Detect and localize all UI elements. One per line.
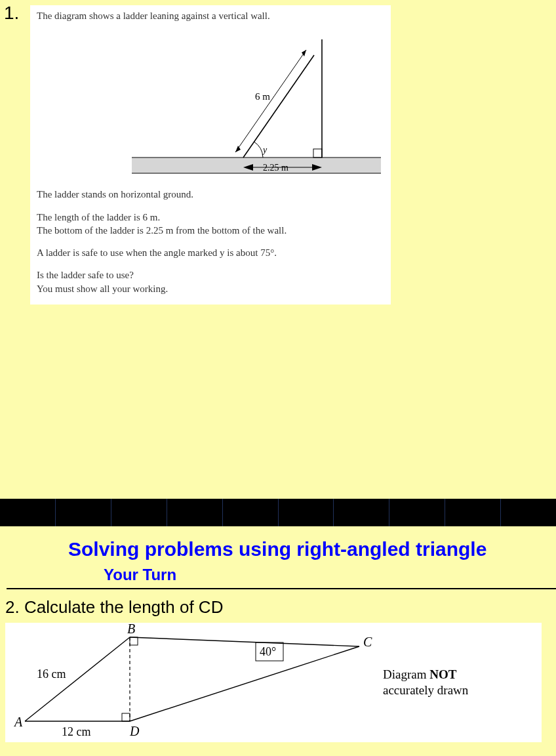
problem-1-ground: The ladder stands on horizontal ground. xyxy=(37,188,384,201)
ladder-diagram: 6 m y 2.25 m xyxy=(40,26,381,184)
problem-1-base: The bottom of the ladder is 2.25 m from … xyxy=(37,224,384,237)
divider-band xyxy=(0,499,556,526)
ad-length-label: 12 cm xyxy=(62,725,91,738)
problem-1-card: The diagram shows a ladder leaning again… xyxy=(30,5,391,304)
ab-length-label: 16 cm xyxy=(37,667,66,681)
svg-line-16 xyxy=(130,646,359,721)
band-cell xyxy=(0,499,56,526)
svg-line-5 xyxy=(243,55,314,158)
problem-1-safe: A ladder is safe to use when the angle m… xyxy=(37,246,384,259)
diagram-note-2: accurately drawn xyxy=(383,683,468,698)
band-cell xyxy=(111,499,167,526)
slide-area: Solving problems using right-angled tria… xyxy=(0,526,556,742)
vertex-a: A xyxy=(13,715,23,729)
band-cell xyxy=(445,499,501,526)
svg-rect-4 xyxy=(313,149,322,158)
band-cell xyxy=(167,499,223,526)
svg-rect-0 xyxy=(132,158,381,173)
svg-line-15 xyxy=(130,637,359,646)
band-cell xyxy=(56,499,111,526)
triangle-diagram-svg: 40° B C A D 16 cm 12 cm xyxy=(5,623,372,742)
angle-label: y xyxy=(262,145,268,155)
diagram-note-1: Diagram NOT xyxy=(383,667,456,682)
svg-marker-8 xyxy=(235,146,241,152)
angle-c-label: 40° xyxy=(260,645,276,658)
problem-2-card: 40° B C A D 16 cm 12 cm Diagram NOT accu… xyxy=(5,623,542,742)
band-cell xyxy=(279,499,334,526)
vertex-d: D xyxy=(129,724,140,738)
problem-1-length: The length of the ladder is 6 m. xyxy=(37,211,384,224)
problem-1-number: 1. xyxy=(4,3,19,24)
vertex-c: C xyxy=(363,635,372,649)
problem-1: 1. The diagram shows a ladder leaning ag… xyxy=(0,0,556,5)
svg-line-6 xyxy=(235,50,306,152)
ladder-length-label: 6 m xyxy=(255,91,270,102)
problem-1-intro: The diagram shows a ladder leaning again… xyxy=(37,9,384,22)
slide-subtitle: Your Turn xyxy=(104,566,556,584)
band-cell xyxy=(389,499,445,526)
problem-2-text: 2. Calculate the length of CD xyxy=(5,597,556,618)
band-cell xyxy=(223,499,279,526)
slide-title: Solving problems using right-angled tria… xyxy=(68,538,556,560)
band-cell xyxy=(501,499,556,526)
base-label: 2.25 m xyxy=(263,163,288,173)
band-cell xyxy=(334,499,389,526)
problem-1-show-working: You must show all your working. xyxy=(37,282,384,295)
svg-rect-18 xyxy=(122,713,130,721)
vertex-b: B xyxy=(127,623,135,636)
horizontal-rule xyxy=(7,588,556,589)
svg-rect-17 xyxy=(130,637,138,645)
ladder-svg: 6 m y 2.25 m xyxy=(40,26,381,184)
problem-1-question: Is the ladder safe to use? xyxy=(37,268,384,282)
